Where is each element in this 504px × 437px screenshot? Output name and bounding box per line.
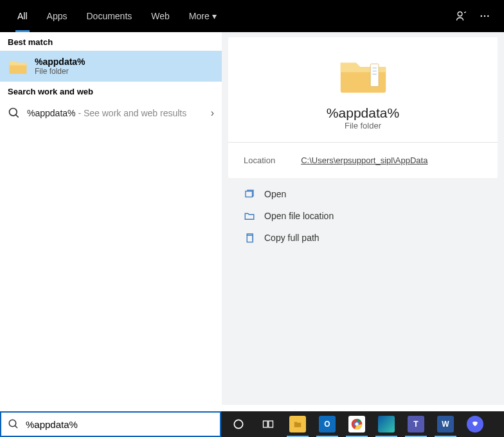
action-copy-path[interactable]: Copy full path — [228, 227, 498, 249]
folder-icon — [338, 53, 389, 98]
svg-line-5 — [16, 115, 19, 118]
svg-point-12 — [9, 420, 16, 427]
options-icon[interactable] — [473, 4, 496, 28]
tab-label: Documents — [86, 11, 132, 21]
search-results-panel: Best match %appdata% File folder Search … — [0, 32, 222, 405]
svg-point-14 — [234, 420, 242, 428]
tab-web[interactable]: Web — [141, 0, 179, 32]
svg-rect-11 — [247, 235, 253, 242]
taskbar-cortana[interactable] — [225, 411, 252, 437]
taskbar-discord[interactable] — [462, 411, 489, 437]
chevron-down-icon: ▾ — [212, 11, 217, 21]
search-icon — [8, 418, 19, 430]
svg-point-2 — [484, 15, 485, 17]
tab-documents[interactable]: Documents — [76, 0, 141, 32]
search-web-result[interactable]: %appdata% - See work and web results › — [0, 100, 222, 126]
chevron-right-icon: › — [211, 107, 214, 119]
tab-label: Web — [151, 11, 170, 21]
taskbar: O T W — [221, 411, 504, 437]
web-result-text: %appdata% - See work and web results — [27, 108, 186, 118]
web-result-query: %appdata% — [27, 108, 76, 118]
location-label: Location — [244, 156, 275, 165]
action-label: Open file location — [264, 211, 334, 221]
web-result-suffix: - See work and web results — [76, 108, 187, 118]
svg-point-1 — [481, 15, 482, 17]
svg-line-13 — [15, 425, 17, 428]
best-match-header: Best match — [0, 32, 222, 51]
taskbar-outlook[interactable]: O — [314, 411, 341, 437]
taskbar-chrome[interactable] — [343, 411, 370, 437]
action-open-location[interactable]: Open file location — [228, 205, 498, 227]
search-icon — [8, 107, 21, 120]
preview-panel: %appdata% File folder Location C:\Users\… — [222, 32, 504, 405]
folder-open-icon — [244, 210, 255, 222]
taskbar-task-view[interactable] — [255, 411, 282, 437]
svg-rect-15 — [264, 421, 268, 427]
svg-point-3 — [487, 15, 489, 17]
action-label: Open — [264, 189, 286, 199]
preview-title: %appdata% — [327, 105, 399, 121]
taskbar-word[interactable]: W — [432, 411, 459, 437]
result-title: %appdata% — [35, 57, 86, 67]
tab-label: All — [17, 11, 28, 21]
search-box[interactable] — [0, 411, 221, 437]
svg-point-4 — [10, 109, 17, 116]
search-input[interactable] — [26, 419, 213, 430]
svg-rect-16 — [269, 421, 273, 427]
tab-label: More — [189, 11, 210, 21]
feedback-icon[interactable] — [450, 4, 473, 28]
search-filter-tabs: All Apps Documents Web More ▾ — [0, 0, 504, 32]
preview-subtitle: File folder — [345, 121, 381, 130]
action-open[interactable]: Open — [228, 183, 498, 205]
tab-apps[interactable]: Apps — [37, 0, 77, 32]
svg-rect-10 — [246, 192, 253, 197]
copy-icon — [244, 232, 255, 244]
svg-point-0 — [458, 12, 462, 16]
search-work-web-header: Search work and web — [0, 82, 222, 100]
folder-icon — [8, 56, 28, 76]
tab-more[interactable]: More ▾ — [179, 0, 226, 32]
action-label: Copy full path — [264, 233, 320, 243]
taskbar-file-explorer[interactable] — [284, 411, 311, 437]
taskbar-edge[interactable] — [373, 411, 400, 437]
result-subtitle: File folder — [35, 67, 86, 76]
tab-label: Apps — [47, 11, 68, 21]
location-link[interactable]: C:\Users\erpsupport_sipl\AppData — [301, 156, 428, 165]
taskbar-teams[interactable]: T — [402, 411, 429, 437]
best-match-result[interactable]: %appdata% File folder — [0, 51, 222, 82]
open-icon — [244, 188, 255, 200]
svg-rect-6 — [370, 64, 379, 86]
tab-all[interactable]: All — [8, 0, 37, 32]
